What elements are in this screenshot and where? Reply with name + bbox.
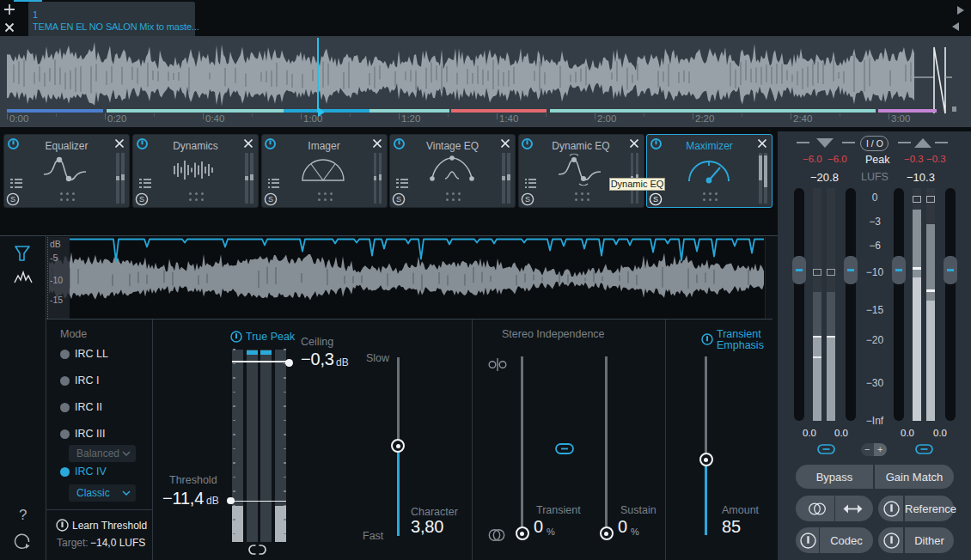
svg-text:S: S [524, 195, 529, 204]
svg-text:S: S [139, 195, 144, 204]
svg-text:S: S [396, 195, 401, 204]
svg-text:S: S [653, 195, 658, 204]
svg-text:S: S [267, 195, 272, 204]
svg-text:S: S [10, 195, 15, 204]
